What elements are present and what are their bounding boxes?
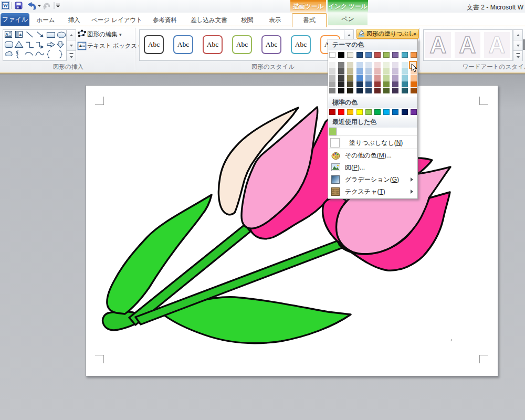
- svg-text:A: A: [19, 33, 22, 37]
- svg-text:W: W: [3, 3, 8, 8]
- svg-text:A: A: [79, 44, 82, 48]
- svg-text:A: A: [5, 32, 8, 37]
